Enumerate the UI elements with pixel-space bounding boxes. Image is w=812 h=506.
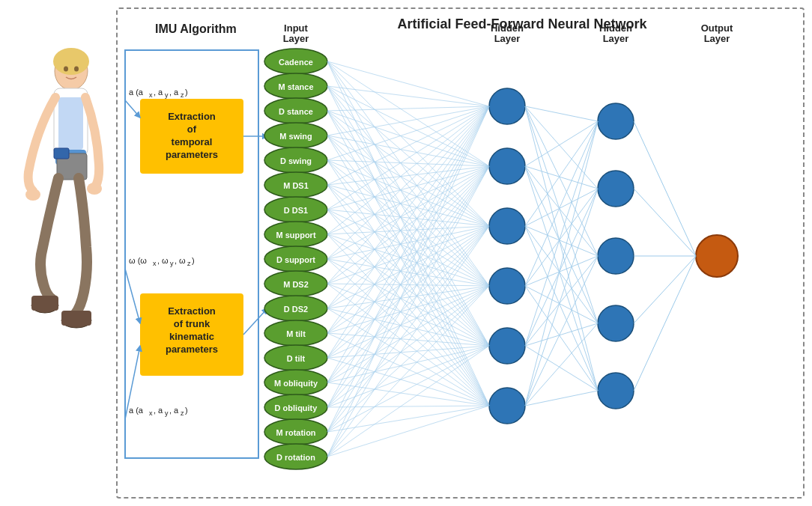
svg-text:M DS1: M DS1	[283, 181, 309, 190]
svg-line-193	[525, 286, 598, 391]
hidden2-node-3	[598, 238, 634, 274]
connections-hidden1-hidden2	[525, 106, 598, 406]
svg-line-161	[327, 406, 489, 407]
svg-text:M rotation: M rotation	[276, 428, 315, 437]
svg-point-13	[74, 67, 79, 72]
svg-text:z: z	[181, 409, 184, 417]
svg-line-122	[327, 226, 489, 259]
svg-line-81	[327, 86, 489, 286]
svg-text:D stance: D stance	[279, 107, 313, 116]
svg-text:x: x	[149, 91, 153, 99]
svg-line-77	[327, 61, 489, 406]
svg-line-78	[327, 86, 489, 106]
svg-line-54	[243, 308, 267, 335]
svg-line-73	[327, 61, 489, 166]
svg-line-79	[327, 86, 489, 166]
svg-line-205	[634, 189, 696, 256]
svg-line-127	[327, 166, 489, 284]
svg-line-72	[327, 61, 489, 106]
svg-line-180	[525, 166, 598, 189]
svg-text:parameters: parameters	[166, 344, 218, 355]
svg-text:, ω: , ω	[175, 256, 186, 265]
svg-text:x: x	[153, 260, 157, 267]
svg-text:Output: Output	[701, 22, 733, 34]
svg-line-36	[125, 100, 140, 118]
svg-text:a (a: a (a	[129, 406, 144, 415]
hidden2-node-2	[598, 171, 634, 207]
svg-line-168	[327, 106, 489, 457]
svg-rect-7	[31, 296, 58, 311]
svg-line-135	[327, 286, 489, 308]
svg-line-175	[525, 106, 598, 189]
svg-text:Layer: Layer	[704, 33, 730, 44]
svg-line-197	[525, 323, 598, 346]
svg-text:, a: , a	[154, 406, 163, 415]
svg-line-75	[327, 61, 489, 286]
svg-text:M tilt: M tilt	[286, 329, 306, 338]
svg-text:of: of	[187, 124, 197, 135]
svg-line-124	[327, 259, 489, 346]
svg-point-1	[53, 48, 89, 75]
svg-text:kinematic: kinematic	[169, 331, 214, 342]
svg-line-137	[327, 308, 489, 406]
svg-line-101	[327, 160, 489, 406]
svg-line-97	[327, 160, 489, 166]
hidden2-node-1	[598, 103, 634, 139]
hidden1-node-2	[489, 148, 525, 184]
svg-text:): )	[185, 406, 188, 415]
svg-line-153	[327, 286, 489, 382]
svg-text:parameters: parameters	[166, 149, 218, 160]
svg-line-88	[327, 111, 489, 346]
person-svg	[0, 0, 112, 506]
diagram-svg: Input Layer Hidden Layer Hidden Layer Ou…	[118, 9, 803, 497]
svg-line-184	[525, 121, 598, 226]
svg-text:, ω: , ω	[157, 256, 169, 265]
svg-line-196	[525, 256, 598, 346]
hidden1-node-6	[489, 388, 525, 424]
svg-text:z: z	[181, 91, 184, 99]
svg-point-11	[87, 183, 102, 195]
svg-text:M stance: M stance	[278, 82, 313, 91]
svg-line-207	[634, 256, 696, 323]
svg-line-178	[525, 106, 598, 391]
hidden1-node-3	[489, 208, 525, 244]
svg-text:D DS1: D DS1	[284, 206, 308, 215]
svg-line-182	[525, 166, 598, 323]
person-figure-area	[0, 0, 116, 506]
svg-text:M DS2: M DS2	[283, 280, 309, 289]
svg-rect-9	[61, 311, 91, 326]
svg-text:Layer: Layer	[283, 33, 309, 44]
svg-line-129	[327, 284, 489, 286]
svg-text:M support: M support	[276, 231, 315, 240]
input-layer-label-text: Input	[284, 22, 308, 34]
output-node	[696, 235, 738, 277]
svg-text:temporal: temporal	[172, 136, 213, 147]
svg-text:Layer: Layer	[603, 33, 629, 44]
connections-input-hidden1	[327, 61, 489, 457]
svg-line-208	[634, 256, 696, 391]
hidden1-node-4	[489, 268, 525, 304]
svg-text:Layer: Layer	[494, 33, 521, 44]
hidden2-node-4	[598, 305, 634, 341]
hidden1-node-1	[489, 88, 525, 124]
svg-text:ω (ω: ω (ω	[129, 256, 147, 265]
svg-text:of trunk: of trunk	[174, 318, 210, 329]
svg-line-131	[327, 284, 489, 406]
svg-line-154	[327, 346, 489, 382]
svg-text:D obliquity: D obliquity	[275, 403, 318, 412]
svg-line-155	[327, 382, 489, 406]
svg-line-44	[125, 269, 140, 323]
svg-rect-14	[54, 148, 69, 159]
svg-text:Hidden: Hidden	[599, 22, 632, 34]
svg-line-120	[327, 106, 489, 259]
svg-rect-3	[58, 97, 83, 150]
hidden1-node-5	[489, 328, 525, 364]
svg-text:z: z	[187, 260, 191, 267]
svg-text:): )	[185, 88, 188, 97]
svg-line-204	[634, 121, 696, 256]
svg-line-181	[525, 166, 598, 256]
svg-line-128	[327, 226, 489, 284]
accel-top-label: a (a	[129, 88, 144, 97]
svg-line-76	[327, 61, 489, 346]
svg-text:Cadence: Cadence	[279, 58, 313, 67]
